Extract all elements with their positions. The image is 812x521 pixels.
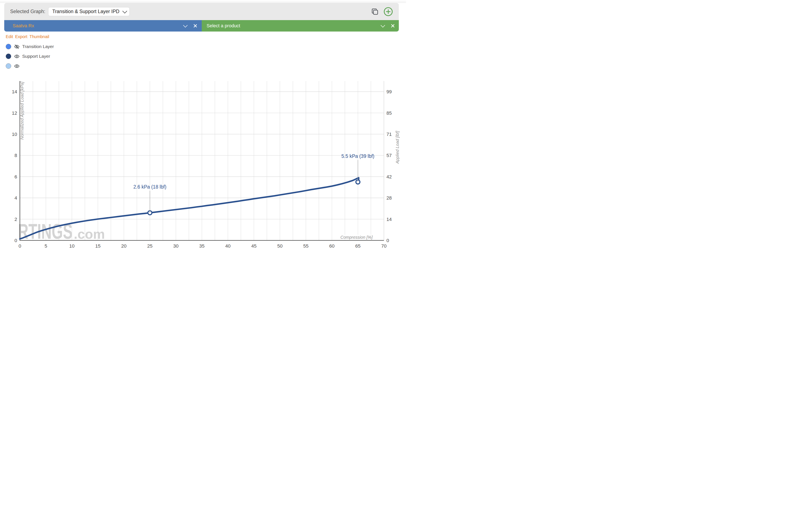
graph-tool-page: Selected Graph: Transition & Support Lay… xyxy=(0,0,406,260)
rtings-watermark: RTINGS.com xyxy=(18,220,105,243)
x-tick-label: 0 xyxy=(19,243,21,249)
y-axis-left-title: Normalized Applied Load [kPa] xyxy=(20,82,25,140)
x-tick-label: 45 xyxy=(251,243,257,249)
y-tick-label-right: 42 xyxy=(386,174,392,179)
x-tick-label: 60 xyxy=(329,243,335,249)
y-tick-label-left: 14 xyxy=(12,89,17,94)
x-tick-label: 50 xyxy=(277,243,283,249)
y-tick-label-left: 12 xyxy=(12,111,17,116)
x-tick-label: 40 xyxy=(225,243,231,249)
annotation-label: 5.5 kPa (39 lbf) xyxy=(341,153,375,159)
x-axis-title: Compression [%] xyxy=(339,235,374,240)
annotation-label: 2.6 kPa (18 lbf) xyxy=(134,184,166,190)
y-tick-label-left: 6 xyxy=(15,174,17,179)
y-tick-label-left: 4 xyxy=(15,195,17,201)
y-axis-right-title: Applied Load [lbf] xyxy=(395,131,400,164)
x-tick-label: 10 xyxy=(69,243,74,249)
x-tick-label: 35 xyxy=(199,243,205,249)
y-tick-label-right: 99 xyxy=(386,89,392,94)
y-tick-label-right: 28 xyxy=(386,195,392,201)
y-tick-label-left: 0 xyxy=(15,238,17,243)
x-tick-label: 55 xyxy=(303,243,309,249)
y-tick-label-right: 0 xyxy=(386,238,389,243)
x-tick-label: 25 xyxy=(147,243,152,249)
y-tick-label-left: 8 xyxy=(15,153,17,158)
x-tick-label: 70 xyxy=(381,243,386,249)
x-tick-label: 30 xyxy=(173,243,178,249)
y-tick-label-right: 14 xyxy=(386,217,392,222)
y-tick-label-right: 85 xyxy=(386,111,392,116)
chart-area[interactable]: RTINGS.com051015202530354045505560657002… xyxy=(0,0,406,260)
x-tick-label: 65 xyxy=(355,243,361,249)
y-tick-label-right: 71 xyxy=(386,132,392,137)
x-tick-label: 20 xyxy=(121,243,126,249)
y-tick-label-right: 57 xyxy=(386,153,392,158)
y-tick-label-left: 10 xyxy=(12,132,17,137)
y-tick-label-left: 2 xyxy=(15,217,17,222)
x-tick-label: 5 xyxy=(45,243,47,249)
x-tick-label: 15 xyxy=(95,243,100,249)
